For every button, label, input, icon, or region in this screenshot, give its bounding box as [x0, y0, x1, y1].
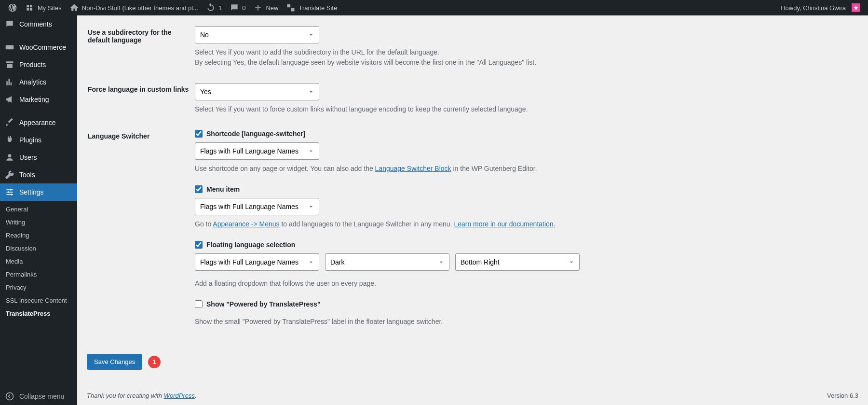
- menuitem-checkbox[interactable]: [195, 185, 203, 193]
- switcher-label: Language Switcher: [88, 125, 194, 348]
- sidebar-item-label: Analytics: [19, 78, 46, 86]
- svg-point-2: [8, 191, 9, 193]
- my-sites-link[interactable]: My Sites: [21, 0, 66, 15]
- admin-footer: Thank you for creating with WordPress. V…: [87, 392, 858, 399]
- submenu-translatepress[interactable]: TranslatePress: [0, 307, 77, 320]
- version-label: Version 6.3: [827, 392, 858, 399]
- sidebar-item-comments[interactable]: Comments: [0, 15, 77, 33]
- annotation-badge: 1: [148, 356, 161, 368]
- powered-check-label[interactable]: Show "Powered by TranslatePress": [195, 300, 321, 308]
- svg-point-4: [6, 393, 14, 400]
- switcher-block-link[interactable]: Language Switcher Block: [375, 165, 451, 172]
- site-name-label: Non-Divi Stuff (Like other themes and pl…: [82, 4, 198, 12]
- subdir-select[interactable]: No: [195, 26, 319, 43]
- force-desc: Select Yes if you want to force custom l…: [195, 104, 853, 114]
- sidebar-item-tools[interactable]: Tools: [0, 166, 77, 183]
- floating-check-label[interactable]: Floating language selection: [195, 241, 295, 249]
- sidebar-item-products[interactable]: Products: [0, 56, 77, 73]
- sidebar-item-plugins[interactable]: Plugins: [0, 131, 77, 149]
- sidebar-item-label: Tools: [19, 171, 35, 179]
- user-icon: [5, 153, 14, 162]
- menuitem-check-label[interactable]: Menu item: [195, 185, 240, 193]
- svg-point-1: [10, 189, 12, 190]
- wp-logo[interactable]: [4, 0, 21, 15]
- svg-point-3: [11, 194, 13, 195]
- sidebar-item-label: Appearance: [19, 119, 56, 126]
- updates-link[interactable]: 1: [202, 0, 226, 15]
- avatar-icon: [852, 3, 860, 12]
- floating-style-select[interactable]: Flags with Full Language Names: [195, 253, 319, 271]
- sidebar-item-label: Settings: [19, 188, 44, 196]
- account-link[interactable]: Howdy, Christina Gwira: [777, 0, 864, 15]
- collapse-menu-button[interactable]: Collapse menu: [0, 388, 77, 405]
- submenu-reading[interactable]: Reading: [0, 229, 77, 242]
- shortcode-check-label[interactable]: Shortcode [language-switcher]: [195, 130, 305, 138]
- submenu-media[interactable]: Media: [0, 255, 77, 268]
- plus-icon: [253, 3, 263, 13]
- comments-count: 0: [242, 4, 245, 12]
- appearance-menus-link[interactable]: Appearance -> Menus: [213, 220, 279, 228]
- new-label: New: [266, 4, 278, 12]
- subdir-label: Use a subdirectory for the default langu…: [88, 21, 194, 77]
- comments-link[interactable]: 0: [226, 0, 249, 15]
- sidebar-item-label: Users: [19, 154, 37, 161]
- svg-rect-0: [6, 45, 14, 49]
- submenu-privacy[interactable]: Privacy: [0, 281, 77, 294]
- sidebar-item-label: WooCommerce: [19, 43, 66, 51]
- comment-icon: [5, 19, 14, 29]
- settings-page: Use a subdirectory for the default langu…: [77, 15, 868, 405]
- translate-label: Translate Site: [298, 4, 337, 12]
- wordpress-link[interactable]: WordPress: [164, 392, 195, 399]
- submenu-writing[interactable]: Writing: [0, 216, 77, 229]
- sidebar-item-marketing[interactable]: Marketing: [0, 91, 77, 108]
- submenu-discussion[interactable]: Discussion: [0, 242, 77, 255]
- floating-position-select[interactable]: Bottom Right: [455, 253, 580, 271]
- sidebar-item-label: Marketing: [19, 96, 49, 103]
- force-label: Force language in custom links: [88, 78, 194, 124]
- multisite-icon: [25, 3, 35, 13]
- submenu-ssl[interactable]: SSL Insecure Content: [0, 294, 77, 307]
- menuitem-style-select[interactable]: Flags with Full Language Names: [195, 198, 319, 215]
- refresh-icon: [206, 3, 216, 13]
- force-select[interactable]: Yes: [195, 83, 319, 100]
- sidebar-item-label: Plugins: [19, 136, 41, 144]
- subdir-desc1: Select Yes if you want to add the subdir…: [195, 48, 439, 56]
- submenu-permalinks[interactable]: Permalinks: [0, 268, 77, 281]
- admin-sidebar: Comments WooCommerce Products Analytics …: [0, 15, 77, 405]
- save-button[interactable]: Save Changes: [87, 354, 142, 370]
- collapse-icon: [5, 391, 14, 401]
- sidebar-item-appearance[interactable]: Appearance: [0, 114, 77, 131]
- floating-desc: Add a floating dropdown that follows the…: [195, 279, 853, 289]
- plug-icon: [5, 135, 14, 145]
- settings-submenu: General Writing Reading Discussion Media…: [0, 201, 77, 324]
- translate-site-link[interactable]: Translate Site: [282, 0, 341, 15]
- floating-theme-select[interactable]: Dark: [325, 253, 449, 271]
- sliders-icon: [5, 187, 14, 197]
- new-link[interactable]: New: [249, 0, 282, 15]
- my-sites-label: My Sites: [38, 4, 62, 12]
- chart-icon: [5, 77, 14, 87]
- subdir-desc2: By selecting Yes, the default language s…: [195, 58, 536, 66]
- powered-checkbox[interactable]: [195, 300, 203, 308]
- admin-toolbar: My Sites Non-Divi Stuff (Like other them…: [0, 0, 868, 15]
- sidebar-item-label: Comments: [19, 20, 52, 28]
- wrench-icon: [5, 170, 14, 180]
- home-icon: [69, 3, 79, 13]
- floating-checkbox[interactable]: [195, 241, 203, 249]
- site-name-link[interactable]: Non-Divi Stuff (Like other themes and pl…: [66, 0, 202, 15]
- archive-icon: [5, 60, 14, 70]
- sidebar-item-settings[interactable]: Settings: [0, 183, 77, 201]
- docs-link[interactable]: Learn more in our documentation.: [454, 220, 555, 228]
- sidebar-item-users[interactable]: Users: [0, 149, 77, 166]
- sidebar-item-woocommerce[interactable]: WooCommerce: [0, 39, 77, 56]
- megaphone-icon: [5, 95, 14, 104]
- submenu-general[interactable]: General: [0, 203, 77, 216]
- shortcode-checkbox[interactable]: [195, 130, 203, 138]
- collapse-label: Collapse menu: [19, 392, 64, 400]
- sidebar-item-label: Products: [19, 61, 46, 69]
- woo-icon: [5, 42, 14, 52]
- translate-icon: [286, 3, 296, 13]
- sidebar-item-analytics[interactable]: Analytics: [0, 73, 77, 91]
- shortcode-style-select[interactable]: Flags with Full Language Names: [195, 142, 319, 160]
- comment-icon: [230, 3, 239, 13]
